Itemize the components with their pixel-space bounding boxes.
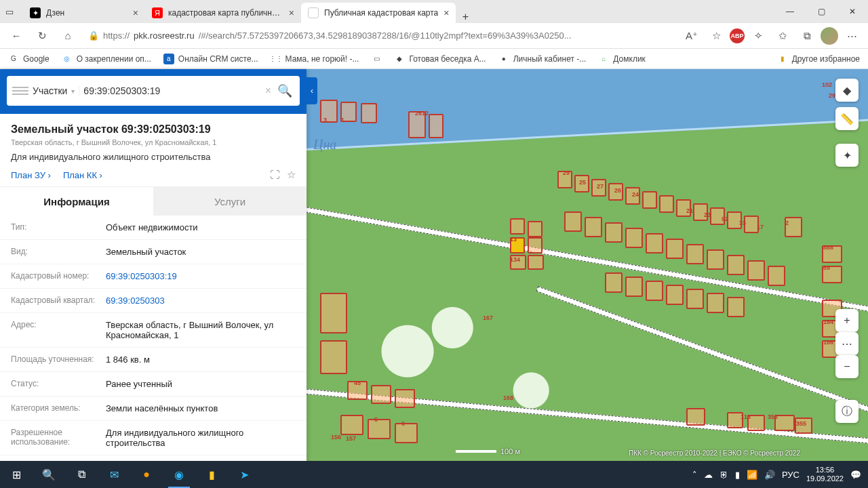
parcel-outline[interactable] <box>646 233 663 253</box>
parcel-outline[interactable] <box>659 195 674 213</box>
parcel-outline[interactable] <box>395 389 415 408</box>
parcel-outline[interactable] <box>666 239 684 259</box>
clear-icon[interactable]: × <box>265 85 271 97</box>
onedrive-icon[interactable]: ☁ <box>704 470 713 480</box>
security-icon[interactable]: ⛨ <box>719 470 728 480</box>
parcel-outline[interactable] <box>747 260 765 281</box>
collapse-panel-button[interactable]: ‹ <box>307 77 317 104</box>
read-aloud-icon[interactable]: A⁺ <box>681 25 703 47</box>
bookmark-item[interactable]: ●Личный кабинет -... <box>498 54 587 64</box>
parcel-outline[interactable] <box>686 408 705 426</box>
mail-app-icon[interactable]: ✉ <box>98 461 130 488</box>
locate-button[interactable]: ✦ <box>835 144 859 167</box>
search-type-select[interactable]: Участки ▾ <box>33 85 79 96</box>
parcel-outline[interactable] <box>361 103 377 123</box>
refresh-button[interactable]: ↻ <box>31 25 53 47</box>
measure-button[interactable]: 📏 <box>835 107 859 130</box>
home-button[interactable]: ⌂ <box>57 25 79 47</box>
edge-app-icon[interactable]: ◉ <box>163 461 195 488</box>
close-icon[interactable]: × <box>289 7 294 18</box>
parcel-outline[interactable] <box>395 423 418 443</box>
bookmark-item[interactable]: aОнлайн CRM систе... <box>163 54 258 64</box>
close-icon[interactable]: × <box>443 7 449 18</box>
parcel-outline[interactable] <box>646 281 663 301</box>
zoom-reset-button[interactable]: ⋯ <box>835 332 859 355</box>
star-icon[interactable]: ☆ <box>287 169 296 181</box>
bookmark-item[interactable]: ⋮⋮Мама, не горюй! -... <box>271 54 359 64</box>
more-icon[interactable]: ⋯ <box>841 25 863 47</box>
volume-icon[interactable]: 🔊 <box>764 470 775 480</box>
parcel-outline[interactable] <box>605 222 623 243</box>
new-tab-button[interactable]: + <box>456 11 475 23</box>
parcel-outline[interactable] <box>768 266 785 286</box>
parcel-outline[interactable] <box>371 385 391 404</box>
adblock-icon[interactable]: ABP <box>730 28 745 43</box>
clock[interactable]: 13:56 19.09.2022 <box>806 466 844 483</box>
tab-services[interactable]: Услуги <box>153 187 307 216</box>
parcel-outline[interactable] <box>429 114 443 138</box>
info-value[interactable]: 69:39:0250303 <box>106 296 296 306</box>
parcel-outline[interactable] <box>368 419 391 439</box>
parcel-outline[interactable] <box>320 293 347 333</box>
url-field[interactable]: 🔒 https://pkk.rosreestr.ru/#/search/57.5… <box>83 26 677 46</box>
parcel-outline[interactable] <box>727 255 745 275</box>
parcel-outline[interactable] <box>510 218 525 235</box>
browser-tab-active[interactable]: ◈ Публичная кадастровая карта × <box>301 3 456 23</box>
minimize-button[interactable]: — <box>774 0 806 23</box>
other-bookmarks-button[interactable]: ▮Другое избранное <box>777 54 860 64</box>
parcel-outline[interactable] <box>528 237 542 253</box>
map-canvas[interactable]: Цна 102298261243291671684556156157113356… <box>307 69 868 461</box>
task-view-icon[interactable]: ⧉ <box>65 461 98 488</box>
parcel-outline[interactable] <box>320 100 338 123</box>
parcel-outline[interactable] <box>528 221 542 237</box>
profile-avatar[interactable] <box>821 27 838 45</box>
battery-icon[interactable]: ▮ <box>735 470 740 480</box>
zoom-out-button[interactable]: − <box>835 355 859 378</box>
tray-chevron-icon[interactable]: ˄ <box>692 470 697 480</box>
parcel-outline[interactable] <box>625 228 643 248</box>
parcel-outline[interactable] <box>707 249 724 270</box>
zoom-in-button[interactable]: + <box>835 309 859 332</box>
parcel-outline[interactable] <box>340 415 363 435</box>
maximize-button[interactable]: ▢ <box>806 0 837 23</box>
explorer-app-icon[interactable]: ▮ <box>195 461 228 488</box>
collections-icon[interactable]: ⧉ <box>796 25 818 47</box>
favorite-icon[interactable]: ☆ <box>705 25 727 47</box>
telegram-app-icon[interactable]: ➤ <box>228 461 260 488</box>
parcel-outline[interactable] <box>727 297 745 317</box>
bookmark-item[interactable]: ◆Готовая беседка А... <box>394 54 486 64</box>
firefox-app-icon[interactable]: ● <box>130 461 163 488</box>
search-taskbar-icon[interactable]: 🔍 <box>33 461 65 488</box>
parcel-outline[interactable] <box>686 244 704 264</box>
info-value[interactable]: 69:39:0250303:19 <box>106 271 296 281</box>
browser-tab[interactable]: ✦ Дзен × <box>23 3 145 23</box>
parcel-outline[interactable] <box>585 217 602 237</box>
start-button[interactable]: ⊞ <box>0 461 33 488</box>
tab-info[interactable]: Информация <box>0 187 153 216</box>
favorites-hub-icon[interactable]: ✩ <box>772 25 793 47</box>
parcel-outline[interactable] <box>564 211 582 232</box>
parcel-outline[interactable] <box>605 272 623 293</box>
info-button[interactable]: ⓘ <box>835 400 859 423</box>
bookmark-item[interactable]: GGoogle <box>8 54 50 64</box>
parcel-outline[interactable] <box>625 277 643 297</box>
back-button[interactable]: ← <box>5 25 27 47</box>
bookmark-item[interactable]: ▭ <box>371 54 382 64</box>
parcel-outline[interactable] <box>666 285 684 305</box>
plan-zu-link[interactable]: План ЗУ › <box>11 170 51 180</box>
parcel-outline[interactable] <box>707 293 724 313</box>
close-icon[interactable]: × <box>133 7 138 18</box>
bookmark-item[interactable]: ⌂Домклик <box>598 54 646 64</box>
wifi-icon[interactable]: 📶 <box>747 470 757 480</box>
plan-kk-link[interactable]: План КК › <box>63 170 102 180</box>
parcel-outline[interactable] <box>642 191 657 209</box>
parcel-outline[interactable] <box>528 255 544 270</box>
notifications-icon[interactable]: 💬 <box>850 470 861 480</box>
extensions-icon[interactable]: ✧ <box>747 25 769 47</box>
bookmark-item[interactable]: ◎О закреплении оп... <box>62 54 151 64</box>
parcel-outline[interactable] <box>686 289 704 309</box>
parcel-outline[interactable] <box>320 340 347 374</box>
layers-button[interactable]: ◆ <box>835 79 859 102</box>
language-indicator[interactable]: РУС <box>782 470 800 480</box>
tab-actions-icon[interactable]: ▭ <box>0 0 19 23</box>
